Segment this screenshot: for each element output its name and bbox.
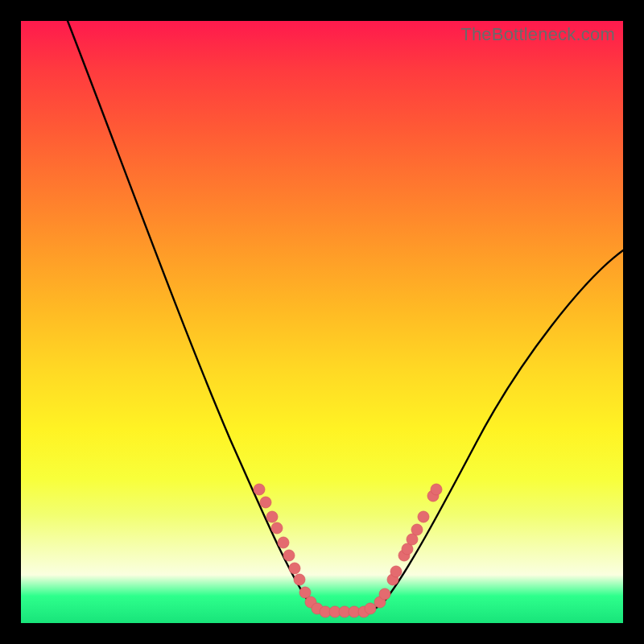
watermark-text: TheBottleneck.com [460, 24, 615, 45]
data-point [431, 484, 442, 495]
curve-left-curve [68, 21, 323, 611]
data-point [411, 524, 423, 535]
data-point [266, 511, 278, 522]
chart-svg [21, 21, 623, 623]
chart-plot-area: TheBottleneck.com [21, 21, 623, 623]
data-point [365, 603, 376, 614]
data-point [418, 511, 429, 522]
dot-group [254, 484, 442, 617]
data-point [379, 588, 390, 600]
data-point [390, 566, 402, 577]
data-point [271, 522, 283, 534]
data-point [260, 497, 271, 508]
data-point [283, 550, 295, 561]
data-point [278, 537, 289, 548]
curve-group [68, 21, 623, 611]
data-point [299, 587, 311, 598]
data-point [254, 484, 265, 495]
data-point [294, 574, 305, 585]
data-point [289, 563, 300, 574]
